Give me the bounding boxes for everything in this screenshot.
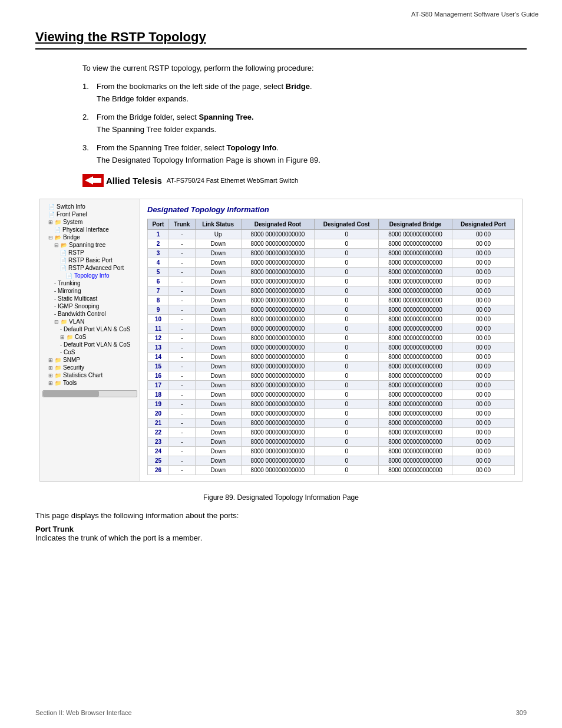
table-cell: - [168, 447, 195, 456]
page-header: AT-S80 Management Software User's Guide [0, 0, 562, 18]
folder-icon: 📁 [55, 373, 61, 378]
header-title: AT-S80 Management Software User's Guide [411, 11, 538, 18]
table-cell: 0 [315, 447, 379, 456]
col-header-designated-root: Designated Root [241, 219, 315, 230]
table-cell: 8000 000000000000 [241, 334, 315, 343]
doc-icon: 📄 [66, 273, 72, 279]
table-cell: 8000 000000000000 [379, 428, 452, 437]
table-cell: Down [195, 466, 241, 475]
table-cell: 8000 000000000000 [241, 419, 315, 428]
sidebar-item-cos-2[interactable]: - CoS [42, 348, 137, 356]
table-cell: 16 [148, 371, 169, 381]
table-cell: 00 00 [452, 315, 514, 324]
sidebar-item-snmp[interactable]: ⊞ 📁 SNMP [42, 356, 137, 364]
table-row: 2-Down8000 00000000000008000 00000000000… [148, 239, 515, 249]
doc-icon: 📄 [48, 204, 55, 210]
table-cell: 0 [315, 258, 379, 268]
horizontal-scrollbar[interactable] [42, 390, 137, 397]
sidebar-item-cos[interactable]: ⊞ 📁 CoS [42, 333, 137, 341]
table-cell: 00 00 [452, 286, 514, 296]
sidebar-item-bandwidth-control[interactable]: - Bandwidth Control [42, 310, 137, 318]
logo-bar: Allied Telesis AT-FS750/24 Fast Ethernet… [82, 174, 527, 187]
sidebar-item-bridge[interactable]: ⊟ 📂 Bridge [42, 233, 137, 241]
table-cell: 8000 000000000000 [241, 315, 315, 324]
topology-table: Port Trunk Link Status Designated Root D… [147, 219, 515, 475]
folder-icon: 📁 [67, 334, 73, 340]
logo-company: Allied Telesis [106, 176, 162, 186]
sidebar-item-static-multicast[interactable]: - Static Multicast [42, 295, 137, 302]
table-cell: 00 00 [452, 428, 514, 437]
table-cell: 5 [148, 268, 169, 277]
sidebar-item-spanning-tree[interactable]: ⊟ 📂 Spanning tree [42, 241, 137, 249]
table-cell: - [168, 249, 195, 258]
table-cell: 8000 000000000000 [241, 447, 315, 456]
table-cell: 8000 000000000000 [241, 353, 315, 362]
table-row: 9-Down8000 00000000000008000 00000000000… [148, 305, 515, 315]
term-port-trunk: Port Trunk Indicates the trunk of which … [35, 525, 527, 542]
sidebar-item-default-port-vlan-cos-2[interactable]: - Default Port VLAN & CoS [42, 341, 137, 348]
table-cell: 8000 000000000000 [379, 277, 452, 286]
table-cell: 00 00 [452, 371, 514, 381]
sidebar-item-rstp-basic-port[interactable]: 📄 RSTP Basic Port [42, 256, 137, 264]
table-row: 12-Down8000 00000000000008000 0000000000… [148, 334, 515, 343]
sidebar-item-igmp-snooping[interactable]: - IGMP Snooping [42, 302, 137, 310]
step-1-bold: Bridge [286, 82, 310, 91]
sidebar-item-front-panel[interactable]: 📄 Front Panel [42, 210, 137, 218]
doc-icon: 📄 [60, 258, 67, 263]
table-cell: 19 [148, 400, 169, 409]
col-header-trunk: Trunk [168, 219, 195, 230]
sidebar-item-physical-interface[interactable]: 📄 Physical Interface [42, 226, 137, 233]
dash-icon: - [54, 311, 56, 317]
table-cell: 8000 000000000000 [379, 268, 452, 277]
sidebar-item-vlan[interactable]: ⊟ 📁 VLAN [42, 318, 137, 325]
table-cell: Up [195, 230, 241, 239]
table-cell: 14 [148, 353, 169, 362]
table-row: 21-Down8000 00000000000008000 0000000000… [148, 419, 515, 428]
sidebar-item-rstp-advanced-port[interactable]: 📄 RSTP Advanced Port [42, 264, 137, 272]
table-row: 14-Down8000 00000000000008000 0000000000… [148, 353, 515, 362]
table-cell: 18 [148, 390, 169, 400]
table-cell: - [168, 230, 195, 239]
table-cell: 8000 000000000000 [379, 419, 452, 428]
sidebar-item-system[interactable]: ⊞ 📁 System [42, 218, 137, 226]
table-cell: - [168, 419, 195, 428]
table-cell: 8000 000000000000 [379, 315, 452, 324]
sidebar-item-statistics-chart[interactable]: ⊞ 📁 Statistics Chart [42, 371, 137, 379]
table-cell: 00 00 [452, 305, 514, 315]
doc-icon: 📄 [60, 250, 67, 256]
table-cell: 8000 000000000000 [241, 466, 315, 475]
table-row: 1-Up8000 00000000000008000 0000000000000… [148, 230, 515, 239]
sidebar-item-mirroring[interactable]: - Mirroring [42, 287, 137, 295]
table-cell: 8000 000000000000 [241, 324, 315, 334]
footer-left: Section II: Web Browser Interface [35, 709, 132, 716]
tree-expand-icon: ⊞ [48, 373, 53, 378]
table-row: 11-Down8000 00000000000008000 0000000000… [148, 324, 515, 334]
dash-icon: - [60, 342, 62, 348]
table-cell: 24 [148, 447, 169, 456]
sidebar-item-tools[interactable]: ⊞ 📁 Tools [42, 379, 137, 387]
table-cell: 8000 000000000000 [379, 390, 452, 400]
table-cell: 8000 000000000000 [241, 381, 315, 390]
col-header-designated-port: Designated Port [452, 219, 514, 230]
dash-icon: - [54, 304, 56, 309]
doc-icon: 📄 [48, 212, 55, 218]
term-definition: Indicates the trunk of which the port is… [35, 533, 202, 542]
table-cell: 25 [148, 456, 169, 466]
table-cell: Down [195, 343, 241, 353]
table-cell: 00 00 [452, 362, 514, 371]
sidebar-item-trunking[interactable]: - Trunking [42, 279, 137, 287]
tree-expand-icon: ⊞ [48, 365, 53, 371]
step-3-text: From the Spanning Tree folder, select To… [97, 143, 279, 152]
sidebar-item-switch-info[interactable]: 📄 Switch Info [42, 203, 137, 210]
panel-title: Designated Topology Information [147, 205, 515, 214]
folder-icon: 📁 [61, 319, 67, 325]
doc-icon: 📄 [60, 265, 67, 271]
sidebar-item-security[interactable]: ⊞ 📁 Security [42, 364, 137, 371]
sidebar-item-rstp[interactable]: 📄 RSTP [42, 249, 137, 256]
table-cell: 8000 000000000000 [241, 230, 315, 239]
table-cell: 0 [315, 343, 379, 353]
sidebar-item-topology-info[interactable]: 📄 Topology Info [42, 272, 137, 279]
table-cell: 00 00 [452, 277, 514, 286]
figure-caption: Figure 89. Designated Topology Informati… [35, 493, 527, 502]
sidebar-item-default-port-vlan-cos[interactable]: - Default Port VLAN & CoS [42, 325, 137, 333]
